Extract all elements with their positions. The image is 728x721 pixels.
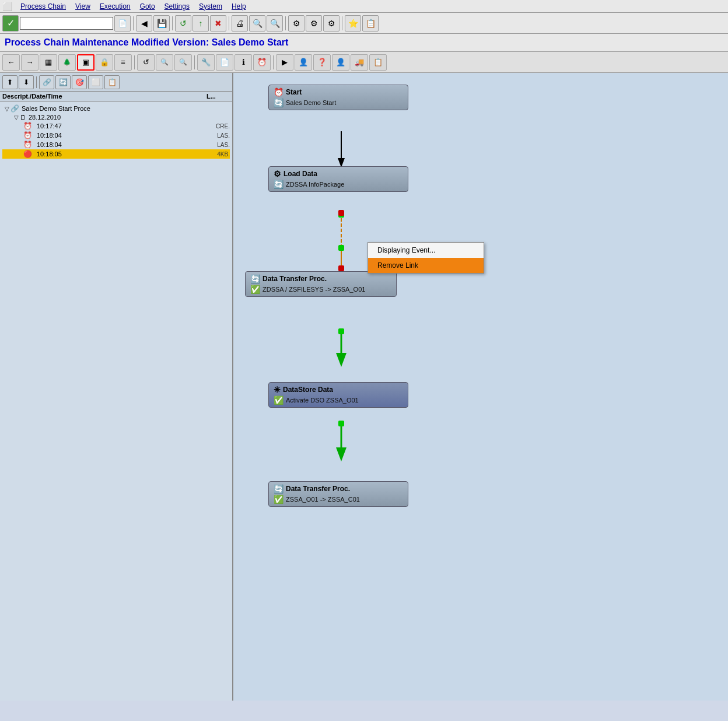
lt-clip-button[interactable]: 📋 [104,75,120,89]
context-menu-displaying[interactable]: Displaying Event... [368,243,484,258]
tree-arrow-root: ▽ [5,106,9,112]
toolbar-row-2: ← → ▦ 🌲 ▣ 🔒 ≡ ↺ 🔍 🔍 🔧 📄 ℹ ⏰ ▶ 👤 ❓ 👤 🚚 📋 [0,52,728,73]
context-menu-remove-link[interactable]: Remove Link [368,258,484,273]
lt-target-button[interactable]: 🎯 [72,75,87,89]
clock-button[interactable]: ⏰ [253,54,271,71]
main-content: ⬆ ⬇ 🔗 🔄 🎯 ⬜ 📋 Descript./Date/Time L... ▽… [0,73,728,701]
checkmark-button[interactable]: ✓ [2,15,19,32]
left-panel: ⬆ ⬇ 🔗 🔄 🎯 ⬜ 📋 Descript./Date/Time L... ▽… [0,73,233,701]
tree-view-button[interactable]: 🌲 [58,54,76,71]
tb2-refresh-button[interactable]: ↺ [137,54,155,71]
sep5 [342,16,342,30]
tree-label-time4: 10:18:05 [37,150,62,158]
settings-button[interactable]: ⚙ [288,15,304,32]
tree-icon-time2: ⏰ [23,131,32,139]
svg-rect-7 [338,210,344,216]
refresh-button[interactable]: ↺ [175,15,191,32]
user2-button[interactable]: 👤 [295,54,312,71]
find2-button[interactable]: 🔍 [267,15,283,32]
command-input[interactable] [20,17,113,30]
data-transfer2-icon: 🔄 [274,484,284,494]
person-button[interactable]: 👤 [332,54,349,71]
load-data-box[interactable]: ⚙ Load Data 🔄 ZDSSA InfoPackage [268,166,408,192]
tree-label-time2: 10:18:04 [37,132,62,139]
zoom-in-button[interactable]: 🔍 [156,54,173,71]
data-transfer2-title: 🔄 Data Transfer Proc. [274,484,403,494]
data-transfer2-title-text: Data Transfer Proc. [286,485,350,493]
tree-icon-time3: ⏰ [23,141,32,149]
tree-item-time4[interactable]: 🔴 10:18:05 4KB. [2,149,230,159]
col-header-desc: Descript./Date/Time [2,93,206,100]
settings3-button[interactable]: ⚙ [323,15,340,32]
info-button[interactable]: ℹ [235,54,252,71]
box-view-button[interactable]: ▣ [77,54,94,71]
print-button[interactable]: 🖨 [232,15,248,32]
lt-up-button[interactable]: ⬆ [2,75,18,89]
list-button[interactable]: ≡ [114,54,132,71]
left-toolbar: ⬆ ⬇ 🔗 🔄 🎯 ⬜ 📋 [0,73,232,92]
tree-label-time3: 10:18:04 [37,141,62,148]
up-button[interactable]: ↑ [192,15,209,32]
load-data-title-text: Load Data [284,170,317,178]
datastore-box[interactable]: ✳ DataStore Data ✅ Activate DSO ZSSA_O01 [268,382,408,408]
datastore-title-text: DataStore Data [283,386,333,394]
svg-rect-8 [338,265,344,271]
tb2-sep3 [273,55,274,69]
start-box[interactable]: ⏰ Start 🔄 Sales Demo Start [268,85,408,110]
tb2-sep2 [194,55,195,69]
play-button[interactable]: ▶ [276,54,293,71]
tree-icon-date: 🗒 [20,114,26,121]
tree-item-time3[interactable]: ⏰ 10:18:04 LAS. [2,140,230,149]
lt-box-button[interactable]: ⬜ [88,75,103,89]
load-data-sub: 🔄 ZDSSA InfoPackage [274,180,403,189]
menu-goto[interactable]: Goto [135,1,160,12]
menu-system[interactable]: System [194,1,227,12]
lt-link-button[interactable]: 🔗 [39,75,54,89]
menu-view[interactable]: View [71,1,95,12]
lt-refresh-button[interactable]: 🔄 [55,75,71,89]
page-title: Process Chain Maintenance Modified Versi… [0,34,728,52]
context-menu: Displaying Event... Remove Link [368,242,484,274]
save-button[interactable]: 💾 [153,15,170,32]
app-icon: ⬜ [2,2,12,11]
table-view-button[interactable]: ▦ [40,54,57,71]
tree-item-time1[interactable]: ⏰ 10:17:47 CRE. [2,121,230,131]
nav-back-button[interactable]: ← [2,54,20,71]
page-button[interactable]: 📄 [216,54,233,71]
menu-execution[interactable]: Execution [95,1,135,12]
star-button[interactable]: ⭐ [345,15,361,32]
tree-item-time2[interactable]: ⏰ 10:18:04 LAS. [2,131,230,140]
tree-content: ▽ 🔗 Sales Demo Start Proce ▽ 🗒 28.12.201… [0,102,232,701]
lt-down-button[interactable]: ⬇ [19,75,34,89]
datastore-sub-text: Activate DSO ZSSA_O01 [286,397,359,404]
menu-settings[interactable]: Settings [160,1,194,12]
question-button[interactable]: ❓ [313,54,331,71]
stop-button[interactable]: ✖ [210,15,226,32]
back-button[interactable]: ◀ [136,15,152,32]
sep3 [229,16,229,30]
find-button[interactable]: 🔍 [249,15,265,32]
menu-help[interactable]: Help [227,1,251,12]
zoom-out-button[interactable]: 🔍 [174,54,192,71]
nav-forward-button[interactable]: → [21,54,38,71]
clip-button[interactable]: 📋 [362,15,379,32]
tree-item-root[interactable]: ▽ 🔗 Sales Demo Start Proce [2,104,230,113]
doc-button[interactable]: 📄 [114,15,131,32]
data-transfer-box[interactable]: 🔄 Data Transfer Proc. ✅ ZDSSA / ZSFILESY… [245,271,397,297]
tree-col2-time1: CRE. [216,123,230,130]
datastore-sub-icon: ✅ [274,396,284,405]
wrench-button[interactable]: 🔧 [197,54,215,71]
load-data-sub-text: ZDSSA InfoPackage [286,181,344,188]
datastore-title: ✳ DataStore Data [274,385,403,394]
tree-item-date[interactable]: ▽ 🗒 28.12.2010 [2,113,230,121]
data-transfer2-box[interactable]: 🔄 Data Transfer Proc. ✅ ZSSA_O01 -> ZSSA… [268,481,408,507]
data-transfer-title: 🔄 Data Transfer Proc. [250,274,391,284]
truck-button[interactable]: 🚚 [351,54,368,71]
tb2-sep1 [134,55,135,69]
settings2-button[interactable]: ⚙ [306,15,322,32]
lock-button[interactable]: 🔒 [96,54,113,71]
pages-button[interactable]: 📋 [369,54,387,71]
data-transfer-sub-text: ZDSSA / ZSFILESYS -> ZSSA_O01 [262,286,365,293]
menu-process-chain[interactable]: Process Chain [16,1,71,12]
sep4 [285,16,286,30]
